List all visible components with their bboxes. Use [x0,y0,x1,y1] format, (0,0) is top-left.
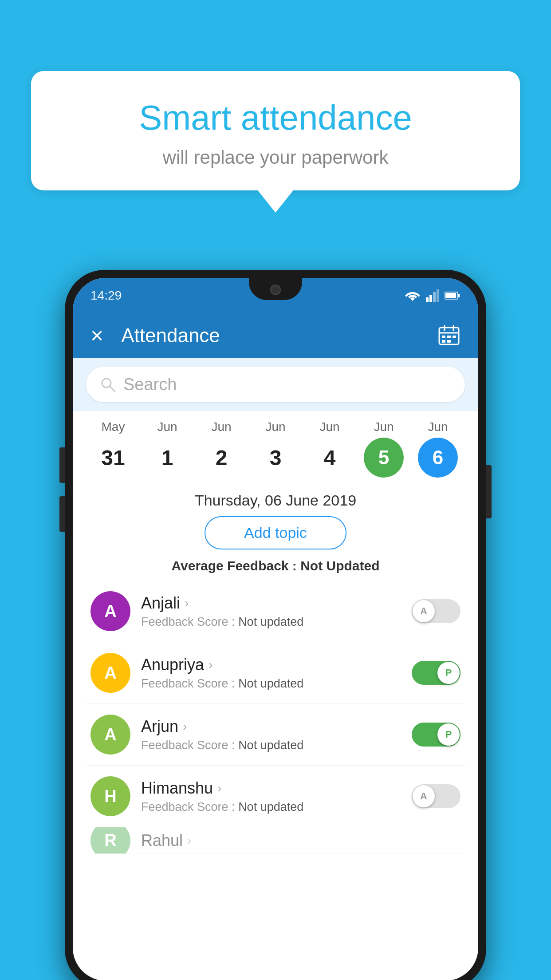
month-may: May [102,420,125,434]
month-jun5: Jun [374,420,394,434]
date-col-jun6[interactable]: Jun 6 [411,420,464,478]
month-jun6: Jun [428,420,448,434]
chevron-partial: › [187,834,191,848]
student-list: A Anjali › Feedback Score : Not updated … [86,581,465,854]
chevron-anjali: › [185,596,189,610]
svg-rect-2 [433,292,436,302]
avatar-anjali: A [91,591,130,631]
svg-rect-6 [445,293,456,298]
volume-button-2 [59,496,65,532]
add-topic-button[interactable]: Add topic [205,516,346,549]
avg-feedback-label: Average Feedback : [171,558,296,573]
feedback-value-himanshu: Not updated [238,800,303,814]
student-name-himanshu: Himanshu › [141,779,401,798]
chevron-anupriya: › [209,658,213,672]
date-col-jun1[interactable]: Jun 1 [141,420,194,478]
power-button [486,465,492,518]
chevron-arjun: › [183,719,187,734]
phone-screen: 14:29 [73,278,478,980]
student-info-himanshu: Himanshu › Feedback Score : Not updated [141,779,401,814]
speech-bubble-title: Smart attendance [58,98,493,138]
calendar-icon[interactable] [437,324,460,347]
svg-rect-5 [458,294,460,297]
search-placeholder: Search [123,375,177,394]
month-jun3: Jun [265,420,285,434]
toggle-knob-anupriya: P [437,662,460,684]
feedback-anjali: Feedback Score : Not updated [141,615,401,629]
avg-feedback-value: Not Updated [300,558,379,573]
camera [270,285,281,295]
content-area: Thursday, 06 June 2019 Add topic Average… [73,482,478,854]
student-info-anupriya: Anupriya › Feedback Score : Not updated [141,656,401,691]
student-name-arjun: Arjun › [141,717,401,736]
status-time: 14:29 [91,288,122,303]
toggle-switch-anjali[interactable]: A [412,599,460,623]
speech-bubble-subtitle: will replace your paperwork [58,147,493,168]
speech-bubble-container: Smart attendance will replace your paper… [31,71,520,213]
svg-rect-14 [442,340,445,343]
feedback-anupriya: Feedback Score : Not updated [141,677,401,691]
feedback-himanshu: Feedback Score : Not updated [141,800,401,814]
student-name-anupriya: Anupriya › [141,656,401,674]
avg-feedback: Average Feedback : Not Updated [86,558,465,573]
day-2: 2 [201,438,241,478]
avatar-anupriya: A [91,653,130,693]
date-col-jun2[interactable]: Jun 2 [195,420,248,478]
toggle-switch-anupriya[interactable]: P [412,661,460,685]
month-jun1: Jun [157,420,177,434]
day-3: 3 [256,438,295,478]
month-jun2: Jun [211,420,231,434]
speech-bubble-arrow [258,190,293,213]
svg-rect-3 [437,289,439,302]
student-name-partial: Rahul › [141,831,460,850]
phone-frame: 14:29 [65,270,486,980]
day-6: 6 [418,438,458,478]
toggle-himanshu[interactable]: A [412,784,460,808]
toggle-knob-anjali: A [413,600,435,622]
avatar-partial: R [91,827,130,854]
date-col-may31[interactable]: May 31 [87,420,140,478]
svg-line-17 [110,387,115,391]
battery-icon [445,291,460,300]
close-button[interactable]: × [91,323,103,348]
avatar-arjun: A [91,715,130,755]
toggle-anupriya[interactable]: P [412,661,460,685]
app-header: × Attendance [73,313,478,358]
month-jun4: Jun [319,420,339,434]
volume-button-1 [59,447,65,483]
selected-date-label: Thursday, 06 June 2019 [86,482,465,516]
svg-rect-13 [453,336,456,338]
search-bar[interactable]: Search [86,367,465,402]
chevron-himanshu: › [217,781,221,795]
day-31: 31 [93,438,133,478]
wifi-icon [405,289,421,302]
svg-rect-12 [447,336,451,338]
name-anupriya: Anupriya [141,656,204,674]
date-col-jun5[interactable]: Jun 5 [357,420,410,478]
svg-rect-1 [429,295,432,302]
toggle-switch-himanshu[interactable]: A [412,784,460,808]
toggle-switch-arjun[interactable]: P [412,723,460,747]
svg-rect-0 [426,297,429,302]
name-anjali: Anjali [141,594,180,612]
student-item-himanshu[interactable]: H Himanshu › Feedback Score : Not update… [86,766,465,827]
toggle-arjun[interactable]: P [412,723,460,747]
feedback-value-arjun: Not updated [238,739,303,752]
student-item-arjun[interactable]: A Arjun › Feedback Score : Not updated P [86,704,465,766]
calendar-row: May 31 Jun 1 Jun 2 Jun 3 Jun 4 [73,411,478,482]
name-arjun: Arjun [141,717,178,736]
student-info-partial: Rahul › [141,831,460,850]
toggle-knob-himanshu: A [413,785,435,807]
feedback-value-anupriya: Not updated [238,677,303,690]
date-col-jun4[interactable]: Jun 4 [303,420,356,478]
student-item-anjali[interactable]: A Anjali › Feedback Score : Not updated … [86,581,465,642]
feedback-value-anjali: Not updated [238,615,303,628]
day-1: 1 [147,438,187,478]
student-item-anupriya[interactable]: A Anupriya › Feedback Score : Not update… [86,642,465,704]
day-5: 5 [364,438,404,478]
date-col-jun3[interactable]: Jun 3 [249,420,302,478]
toggle-anjali[interactable]: A [412,599,460,623]
student-item-partial[interactable]: R Rahul › [86,827,465,854]
name-himanshu: Himanshu [141,779,213,798]
svg-rect-11 [442,336,445,338]
